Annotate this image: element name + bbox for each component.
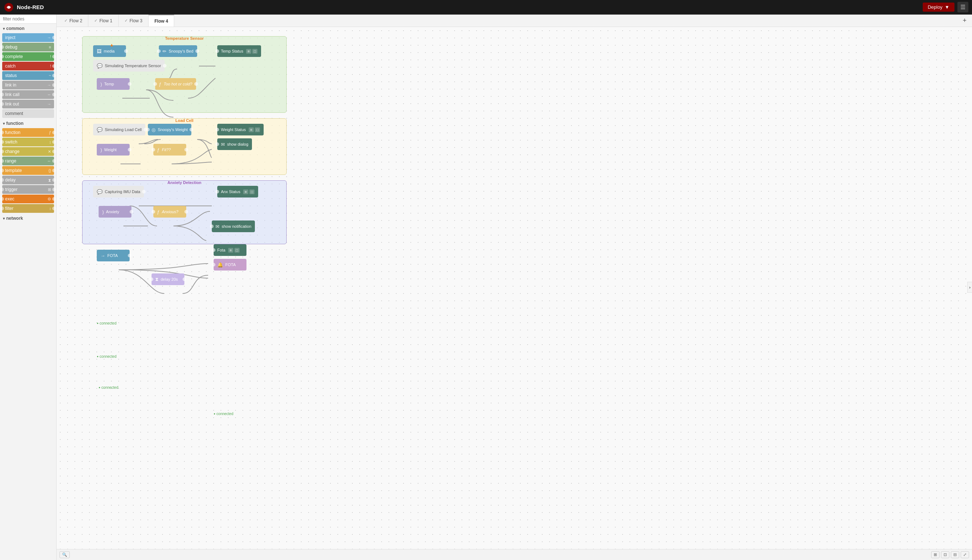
sidebar-node-icon-status: ~ <box>49 73 51 78</box>
main-layout: commoninject→debug≡complete!catch!status… <box>0 15 972 560</box>
node-status-fota-connected: connected <box>213 272 233 549</box>
sidebar-node-template[interactable]: template{} <box>2 166 54 175</box>
sidebar-node-exec[interactable]: exec⚙ <box>2 195 54 203</box>
sidebar-node-link-call[interactable]: link call↔ <box>2 90 54 99</box>
sidebar-node-inject[interactable]: inject→ <box>2 33 54 42</box>
tab-flow-3[interactable]: ✓Flow 3 <box>119 15 148 27</box>
sidebar-node-label-comment: comment <box>5 111 23 116</box>
sidebar-node-link-in[interactable]: link in→ <box>2 81 54 90</box>
hamburger-button[interactable]: ☰ <box>957 2 969 12</box>
node-menu-icon-weight-status[interactable]: ≡ <box>248 127 254 132</box>
node-icon-show-dialog: ✉ <box>221 142 225 147</box>
sidebar-node-comment[interactable]: comment <box>2 109 54 118</box>
node-fota-node[interactable]: →FOTA <box>97 250 130 262</box>
node-icon-too-hot: ƒ <box>159 82 162 87</box>
tab-flow-2[interactable]: ✓Flow 2 <box>58 15 88 27</box>
deploy-arrow: ▼ <box>945 4 949 10</box>
node-label-fota-out: Fota <box>217 248 225 252</box>
zoom-in-button[interactable]: ⊞ <box>931 551 940 558</box>
sidebar-node-label-filter: filter <box>5 206 13 211</box>
node-label-fota-out2: FOTA <box>225 262 236 267</box>
node-icon-snoopys-bed: ✏ <box>162 48 167 54</box>
sidebar-node-label-inject: inject <box>5 35 15 40</box>
deploy-button[interactable]: Deploy ▼ <box>923 3 954 12</box>
filter-nodes-input[interactable] <box>0 15 56 24</box>
node-cap-imu[interactable]: 💬Capturing IMU Data <box>93 186 144 197</box>
node-fota-out[interactable]: Fota≡□ <box>213 244 247 256</box>
sidebar-node-icon-inject: → <box>47 35 51 40</box>
topbar: Node-RED Deploy ▼ ☰ <box>0 0 972 15</box>
sidebar-node-icon-link-call: ↔ <box>47 92 51 97</box>
node-media[interactable]: ▲🖼media <box>93 45 126 57</box>
sidebar-node-icon-delay: ⧗ <box>48 178 51 183</box>
tab-flow-4[interactable]: Flow 4 <box>148 15 174 27</box>
node-sim-load[interactable]: 💬Simulating Load Cell <box>93 124 145 135</box>
sidebar-node-link-out[interactable]: link out→ <box>2 100 54 108</box>
node-sim-temp[interactable]: 💬Simulating Temperature Sensor <box>93 60 165 72</box>
sidebar-node-complete[interactable]: complete! <box>2 52 54 61</box>
fit-view-button[interactable]: ⤢ <box>961 551 969 558</box>
node-weight-node[interactable]: )Weight <box>97 144 130 155</box>
node-too-hot[interactable]: ƒToo hot or cold? <box>155 78 196 90</box>
sidebar-node-delay[interactable]: delay⧗ <box>2 176 54 184</box>
node-extra-icon-temp-status[interactable]: □ <box>252 49 257 54</box>
node-delay-20s[interactable]: ⧗delay 20s <box>152 273 184 285</box>
node-fit[interactable]: ƒFit?? <box>153 144 186 155</box>
sidebar-node-range[interactable]: range↔ <box>2 157 54 165</box>
svg-point-1 <box>8 6 10 8</box>
sidebar-node-icon-filter: ↕ <box>49 206 52 211</box>
tabs-bar: ✓Flow 2✓Flow 1✓Flow 3Flow 4+ <box>57 15 972 27</box>
node-label-fota-node: FOTA <box>107 253 118 258</box>
node-menu-icon-temp-status[interactable]: ≡ <box>246 49 251 54</box>
node-show-notif[interactable]: ✉show notification <box>212 220 255 232</box>
sidebar-node-debug[interactable]: debug≡ <box>2 43 54 52</box>
node-snoopys-weight[interactable]: ◎Snoopy's Weight <box>148 124 191 135</box>
node-anxious[interactable]: ƒAnxious? <box>153 206 186 218</box>
right-panel-toggle[interactable]: › <box>967 282 972 293</box>
flow-group-label-temp-sensor: Temperature Sensor <box>163 36 205 40</box>
node-anxiety-node[interactable]: )Anxiety <box>98 206 132 218</box>
node-extra-icon-weight-status[interactable]: □ <box>255 127 260 132</box>
node-label-temp-node: Temp <box>104 82 114 86</box>
sidebar-node-filter[interactable]: filter↕ <box>2 204 54 213</box>
node-extra-icon-fota-out[interactable]: □ <box>234 248 240 253</box>
section-header-function[interactable]: function <box>0 118 56 127</box>
sidebar-node-status[interactable]: status~ <box>2 71 54 80</box>
node-fota-out2[interactable]: 🔔FOTA <box>213 259 247 270</box>
tab-label-flow-3: Flow 3 <box>130 18 142 23</box>
zoom-out-button[interactable]: ⊟ <box>951 551 959 558</box>
node-label-show-dialog: show dialog <box>227 142 248 147</box>
sidebar-node-label-status: status <box>5 73 17 78</box>
section-header-common[interactable]: common <box>0 24 56 32</box>
tab-check-icon: ✓ <box>125 18 128 23</box>
add-tab-button[interactable]: + <box>959 17 970 25</box>
tab-flow-1[interactable]: ✓Flow 1 <box>88 15 118 27</box>
node-menu-icon-fota-out[interactable]: ≡ <box>228 248 233 253</box>
sidebar-node-switch[interactable]: switch↕ <box>2 138 54 147</box>
node-snoopys-bed[interactable]: ✏Snoopy's Bed <box>159 45 197 57</box>
sidebar-node-catch[interactable]: catch! <box>2 62 54 70</box>
node-label-fit: Fit?? <box>162 147 170 152</box>
sidebar-node-function[interactable]: functionƒ <box>2 128 54 137</box>
section-header-network[interactable]: network <box>0 213 56 222</box>
sidebar-node-label-exec: exec <box>5 197 14 202</box>
node-label-temp-status: Temp Status <box>221 49 243 53</box>
node-temp-status[interactable]: Temp Status≡□ <box>217 45 261 57</box>
sidebar-node-trigger[interactable]: trigger⊞ <box>2 185 54 194</box>
zoom-reset-button[interactable]: ⊡ <box>941 551 949 558</box>
node-weight-status[interactable]: Weight Status≡□ <box>217 124 263 135</box>
flow-group-label-anxiety: Anxiety Detection <box>166 180 203 185</box>
sidebar-node-change[interactable]: change✕ <box>2 147 54 156</box>
node-extra-icon-anx-status[interactable]: □ <box>249 190 255 194</box>
sidebar-node-label-function: function <box>5 130 20 135</box>
search-button[interactable]: 🔍 <box>60 551 70 558</box>
node-show-dialog[interactable]: ✉show dialog <box>217 138 252 150</box>
node-anx-status[interactable]: Anx Status≡□ <box>217 186 258 197</box>
flow-canvas[interactable]: Temperature SensorLoad CellAnxiety Detec… <box>57 27 972 549</box>
node-menu-icon-anx-status[interactable]: ≡ <box>243 190 248 194</box>
sidebar-node-label-trigger: trigger <box>5 187 18 192</box>
canvas-controls: ⊞ ⊡ ⊟ ⤢ <box>931 551 969 558</box>
sidebar-node-label-change: change <box>5 149 19 154</box>
node-icon-sim-temp: 💬 <box>97 63 103 68</box>
node-temp-node[interactable]: )Temp <box>97 78 130 90</box>
